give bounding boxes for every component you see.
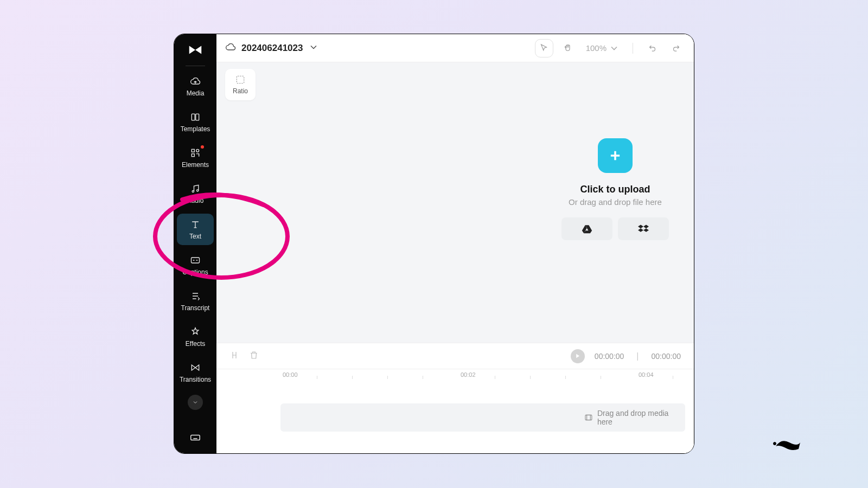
redo-button[interactable] <box>667 39 685 57</box>
upload-button[interactable] <box>598 138 633 173</box>
sidebar-keyboard-button[interactable] <box>189 432 201 446</box>
chevron-down-icon <box>609 43 620 54</box>
timeline-ruler[interactable]: 00:00 00:02 00:04 <box>216 369 694 383</box>
sidebar-item-text[interactable]: Text <box>177 214 214 245</box>
sidebar-item-captions[interactable]: Captions <box>177 249 214 281</box>
sidebar-item-label: Transcript <box>181 304 210 312</box>
canvas-area[interactable]: Ratio Click to upload Or drag and drop f… <box>216 62 694 343</box>
sidebar-item-effects[interactable]: Effects <box>177 321 214 352</box>
svg-rect-0 <box>192 114 195 120</box>
google-drive-button[interactable] <box>561 217 612 240</box>
app-logo-icon <box>187 42 203 58</box>
delete-button[interactable] <box>249 350 259 362</box>
hand-icon <box>563 43 572 53</box>
total-time: 00:00:00 <box>652 352 681 361</box>
chevron-down-icon <box>308 42 319 53</box>
sidebar-item-transcript[interactable]: Transcript <box>177 285 214 317</box>
elements-icon <box>189 147 201 159</box>
svg-point-5 <box>192 190 194 192</box>
svg-rect-7 <box>192 258 200 263</box>
sidebar-more-button[interactable] <box>188 395 203 410</box>
main-area: 202406241023 100% Ratio Click to u <box>216 34 694 453</box>
sidebar-item-media[interactable]: Media <box>177 70 214 102</box>
plus-icon <box>608 148 623 163</box>
cloud-upload-icon <box>189 75 201 87</box>
sidebar-item-label: Effects <box>186 340 205 348</box>
trash-icon <box>249 350 259 360</box>
time-separator: | <box>636 351 639 361</box>
effects-icon <box>189 326 201 338</box>
cursor-icon <box>539 43 548 53</box>
play-icon <box>575 353 580 359</box>
play-button[interactable] <box>571 349 585 363</box>
sidebar-item-label: Media <box>187 89 205 97</box>
chevron-down-icon <box>192 399 199 406</box>
templates-icon <box>189 111 201 123</box>
sidebar-item-label: Elements <box>182 161 209 169</box>
redo-icon <box>672 43 681 53</box>
notification-dot-icon <box>201 145 204 149</box>
sidebar-item-templates[interactable]: Templates <box>177 106 214 138</box>
zoom-value: 100% <box>586 43 607 53</box>
cloud-import-row <box>561 217 669 240</box>
ruler-mark: 00:02 <box>461 371 476 378</box>
google-drive-icon <box>582 224 592 234</box>
app-window: Media Templates Elements Audio Text Capt… <box>174 34 694 454</box>
track-hint: Drag and drop media here <box>597 409 685 426</box>
current-time: 00:00:00 <box>595 352 624 361</box>
divider <box>186 66 205 66</box>
sidebar-item-audio[interactable]: Audio <box>177 178 214 209</box>
transitions-icon <box>189 362 201 374</box>
ratio-icon <box>235 74 246 85</box>
sidebar-item-label: Captions <box>182 268 208 276</box>
transcript-icon <box>189 290 201 302</box>
sidebar-item-label: Text <box>189 233 201 240</box>
ruler-mark: 00:04 <box>639 371 654 378</box>
ratio-label: Ratio <box>233 87 248 95</box>
ratio-button[interactable]: Ratio <box>225 69 256 100</box>
topbar: 202406241023 100% <box>216 34 694 62</box>
dropbox-icon <box>638 224 649 234</box>
sidebar-item-label: Templates <box>181 125 210 133</box>
upload-panel: Click to upload Or drag and drop file he… <box>553 138 678 240</box>
captions-icon <box>189 254 201 266</box>
text-icon <box>189 219 201 230</box>
svg-point-6 <box>197 190 199 191</box>
dropbox-button[interactable] <box>618 217 669 240</box>
cursor-tool-button[interactable] <box>535 39 553 57</box>
project-dropdown-button[interactable] <box>308 42 319 55</box>
upload-title: Click to upload <box>580 184 650 195</box>
sidebar-item-label: Transitions <box>180 376 211 383</box>
sidebar-item-transitions[interactable]: Transitions <box>177 357 214 388</box>
project-title[interactable]: 202406241023 <box>241 43 303 54</box>
watermark-icon <box>770 433 803 454</box>
zoom-dropdown[interactable]: 100% <box>586 43 620 54</box>
upload-subtitle: Or drag and drop file here <box>569 197 662 207</box>
undo-icon <box>648 43 657 53</box>
track-placeholder[interactable]: Drag and drop media here <box>280 403 685 432</box>
split-icon <box>229 350 239 360</box>
svg-rect-2 <box>192 149 194 152</box>
hand-tool-button[interactable] <box>559 39 577 57</box>
divider <box>633 43 633 54</box>
audio-icon <box>189 183 201 195</box>
split-button[interactable] <box>229 350 239 362</box>
keyboard-icon <box>189 432 201 444</box>
sidebar-item-label: Audio <box>187 197 204 204</box>
sidebar-item-elements[interactable]: Elements <box>177 142 214 174</box>
svg-rect-4 <box>192 154 194 157</box>
svg-rect-8 <box>191 435 200 440</box>
cloud-icon <box>225 42 236 55</box>
svg-rect-9 <box>237 76 244 83</box>
undo-button[interactable] <box>643 39 661 57</box>
sidebar: Media Templates Elements Audio Text Capt… <box>174 34 216 453</box>
timeline-toolbar: 00:00:00 | 00:00:00 <box>216 343 694 369</box>
ruler-mark: 00:00 <box>283 371 298 378</box>
timeline-tracks[interactable]: Drag and drop media here <box>216 383 694 453</box>
svg-rect-10 <box>585 415 592 420</box>
svg-point-3 <box>196 149 199 152</box>
svg-rect-1 <box>196 114 199 120</box>
media-icon <box>584 413 593 422</box>
